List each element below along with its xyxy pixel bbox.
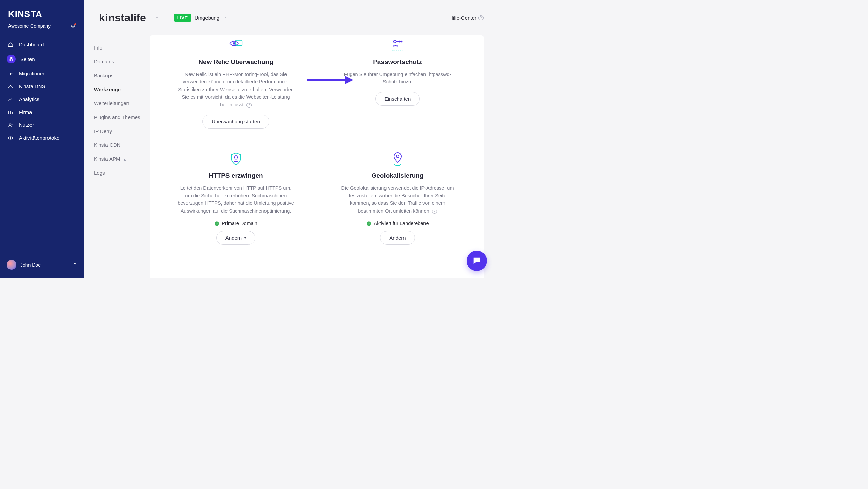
tool-desc: Leitet den Datenverkehr von HTTP auf HTT… xyxy=(177,184,295,215)
svg-point-10 xyxy=(367,221,371,226)
sec-item-domains[interactable]: Domains xyxy=(94,55,144,69)
tool-title: Passwortschutz xyxy=(373,58,422,66)
sec-item-info[interactable]: Info xyxy=(94,41,144,55)
password-enable-button[interactable]: Einschalten xyxy=(375,92,420,106)
help-icon: ? xyxy=(478,15,484,20)
tool-status: Primäre Domain xyxy=(214,221,257,226)
tool-title: Geolokalisierung xyxy=(371,172,423,179)
tool-desc-text: New Relic ist ein PHP-Monitoring-Tool, d… xyxy=(178,72,294,107)
svg-point-8 xyxy=(215,221,219,226)
sidebar-item-label: Migrationen xyxy=(19,71,45,76)
sidebar-item-label: Analytics xyxy=(19,96,39,102)
tool-desc-text: Die Geolokalisierung verwendet die IP-Ad… xyxy=(341,185,454,213)
sidebar-item-analytics[interactable]: Analytics xyxy=(0,93,84,105)
check-icon xyxy=(214,221,219,226)
tool-card-newrelic: New Relic Überwachung New Relic ist ein … xyxy=(163,39,308,129)
home-icon xyxy=(7,42,14,47)
tool-card-https: HTTPS erzwingen Leitet den Datenverkehr … xyxy=(163,152,308,245)
migrate-icon xyxy=(7,71,14,76)
help-center-label: Hilfe-Center xyxy=(449,15,476,21)
sec-item-cdn[interactable]: Kinsta CDN xyxy=(94,138,144,152)
button-label: Ändern xyxy=(225,235,242,241)
chevron-up-icon: ⌃ xyxy=(73,262,77,268)
user-menu[interactable]: John Doe ⌃ xyxy=(0,255,84,278)
sec-item-logs[interactable]: Logs xyxy=(94,166,144,180)
geo-pin-icon xyxy=(390,152,405,166)
help-icon[interactable]: ? xyxy=(432,209,437,214)
sidebar-item-dashboard[interactable]: Dashboard xyxy=(0,38,84,51)
sidebar-item-label: Kinsta DNS xyxy=(19,83,45,89)
tool-title: HTTPS erzwingen xyxy=(209,172,263,179)
sidebar-item-users[interactable]: Nutzer xyxy=(0,119,84,131)
site-dropdown[interactable] xyxy=(155,16,159,20)
sidebar-item-label: Nutzer xyxy=(19,122,34,128)
https-change-button[interactable]: Ändern ▾ xyxy=(216,231,255,245)
sec-item-backups[interactable]: Backups xyxy=(94,69,144,82)
tool-status-label: Primäre Domain xyxy=(222,221,257,226)
tool-card-password: *** Passwortschutz Fügen Sie Ihrer Umgeb… xyxy=(325,39,470,129)
tool-status: Aktiviert für Länderebene xyxy=(366,221,429,226)
company-name: Awesome Company xyxy=(8,23,51,29)
stack-icon xyxy=(7,55,16,63)
newrelic-enable-button[interactable]: Überwachung starten xyxy=(202,115,269,129)
tools-grid: New Relic Überwachung New Relic ist ein … xyxy=(163,39,470,245)
tool-desc: New Relic ist ein PHP-Monitoring-Tool, d… xyxy=(177,71,295,109)
sidebar-item-label: Dashboard xyxy=(19,42,44,47)
button-label: Überwachung starten xyxy=(212,119,260,124)
sidebar-item-company[interactable]: Firma xyxy=(0,106,84,118)
svg-point-0 xyxy=(9,124,11,125)
tool-desc: Die Geolokalisierung verwendet die IP-Ad… xyxy=(338,184,457,215)
sidebar-item-label: Aktivitätenprotokoll xyxy=(19,135,62,141)
sidebar-secondary: Info Domains Backups Werkzeuge Weiterlei… xyxy=(84,0,150,278)
users-icon xyxy=(7,122,14,128)
sidebar-item-activity[interactable]: Aktivitätenprotokoll xyxy=(0,132,84,144)
svg-point-1 xyxy=(10,137,11,138)
beta-icon: ▲ xyxy=(123,157,127,161)
geo-change-button[interactable]: Ändern xyxy=(380,231,415,245)
tool-card-geo: Geolokalisierung Die Geolokalisierung ve… xyxy=(325,152,470,245)
live-badge: LIVE xyxy=(174,14,191,22)
sidebar-item-dns[interactable]: Kinsta DNS xyxy=(0,80,84,93)
analytics-icon xyxy=(7,97,14,102)
button-label: Ändern xyxy=(389,235,406,241)
tool-title: New Relic Überwachung xyxy=(198,58,273,66)
site-title: kinstalife xyxy=(99,12,146,24)
sec-item-tools[interactable]: Werkzeuge xyxy=(94,82,144,96)
svg-point-7 xyxy=(235,159,236,160)
sidebar-primary: KINSTA Awesome Company Dashboard Seiten … xyxy=(0,0,84,278)
password-icon: *** xyxy=(390,39,405,52)
help-center-link[interactable]: Hilfe-Center ? xyxy=(449,15,484,21)
svg-text:***: *** xyxy=(393,44,398,49)
user-name: John Doe xyxy=(20,262,41,268)
topbar: kinstalife LIVE Umgebung Hilfe-Center ? xyxy=(150,0,494,35)
brand-logo: KINSTA xyxy=(8,9,76,19)
main-area: kinstalife LIVE Umgebung Hilfe-Center ? xyxy=(150,0,494,278)
sidebar-item-label: Seiten xyxy=(20,56,35,62)
svg-point-4 xyxy=(393,40,396,43)
svg-point-9 xyxy=(396,155,399,158)
sec-item-label: Kinsta APM xyxy=(94,156,120,162)
environment-label: Umgebung xyxy=(195,15,219,21)
newrelic-icon xyxy=(229,39,243,52)
bell-icon[interactable] xyxy=(70,23,76,29)
tool-status-label: Aktiviert für Länderebene xyxy=(374,221,429,226)
help-icon[interactable]: ? xyxy=(246,103,252,108)
nav-primary: Dashboard Seiten Migrationen Kinsta DNS … xyxy=(0,35,84,148)
sec-item-redirects[interactable]: Weiterleitungen xyxy=(94,96,144,110)
svg-point-3 xyxy=(233,42,235,45)
sec-item-apm[interactable]: Kinsta APM ▲ xyxy=(94,152,144,166)
sec-item-ipdeny[interactable]: IP Deny xyxy=(94,124,144,138)
check-icon xyxy=(366,221,371,226)
company-icon xyxy=(7,110,14,115)
company-row: Awesome Company xyxy=(0,21,84,35)
dns-icon xyxy=(7,84,14,89)
environment-selector[interactable]: LIVE Umgebung xyxy=(174,14,227,22)
avatar xyxy=(7,260,16,270)
sidebar-item-sites[interactable]: Seiten xyxy=(0,51,84,67)
sidebar-item-migrations[interactable]: Migrationen xyxy=(0,67,84,80)
sec-item-plugins[interactable]: Plugins and Themes xyxy=(94,110,144,124)
content-panel: New Relic Überwachung New Relic ist ein … xyxy=(150,35,484,278)
brand-area: KINSTA xyxy=(0,0,84,21)
eye-icon xyxy=(7,135,14,141)
chat-fab[interactable] xyxy=(467,251,487,271)
